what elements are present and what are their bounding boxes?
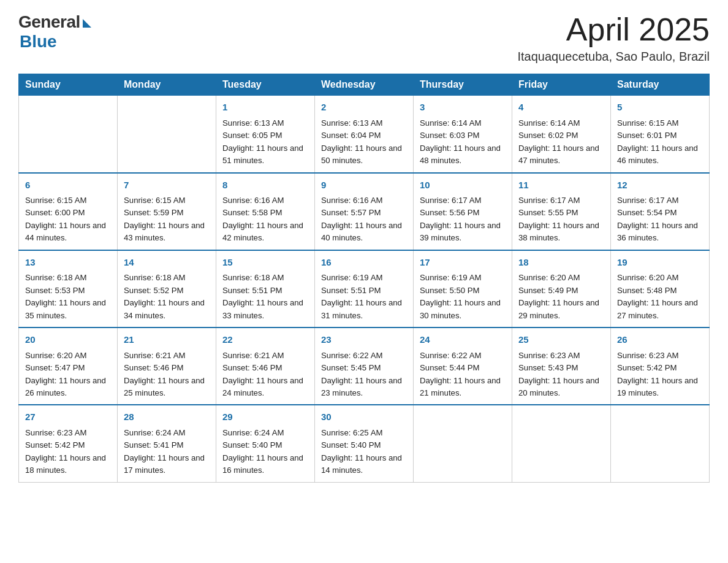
day-number: 13 — [25, 256, 111, 270]
daylight-text: Daylight: 11 hours and 31 minutes. — [321, 297, 407, 322]
sunset-text: Sunset: 6:01 PM — [617, 129, 703, 142]
sunset-text: Sunset: 5:58 PM — [222, 207, 308, 219]
sunrise-text: Sunrise: 6:18 AM — [124, 272, 210, 284]
day-number: 27 — [25, 410, 111, 424]
sunset-text: Sunset: 5:42 PM — [617, 362, 703, 374]
day-number: 17 — [420, 256, 506, 270]
daylight-text: Daylight: 11 hours and 46 minutes. — [617, 142, 703, 167]
calendar-cell: 2Sunrise: 6:13 AMSunset: 6:04 PMDaylight… — [315, 96, 414, 173]
daylight-text: Daylight: 11 hours and 44 minutes. — [25, 220, 111, 245]
page-header: General Blue April 2025 Itaquaquecetuba,… — [18, 12, 710, 64]
daylight-text: Daylight: 11 hours and 21 minutes. — [420, 375, 506, 400]
day-number: 14 — [124, 256, 210, 270]
calendar-cell: 17Sunrise: 6:19 AMSunset: 5:50 PMDayligh… — [414, 250, 512, 327]
calendar-header-wednesday: Wednesday — [315, 74, 414, 96]
daylight-text: Daylight: 11 hours and 48 minutes. — [420, 142, 506, 167]
sunset-text: Sunset: 6:02 PM — [518, 129, 604, 142]
sunset-text: Sunset: 5:40 PM — [222, 439, 308, 451]
calendar-header-friday: Friday — [512, 74, 611, 96]
daylight-text: Daylight: 11 hours and 18 minutes. — [25, 452, 111, 477]
day-number: 1 — [222, 101, 308, 115]
calendar-header-thursday: Thursday — [414, 74, 512, 96]
sunset-text: Sunset: 5:40 PM — [321, 439, 407, 451]
calendar-cell: 26Sunrise: 6:23 AMSunset: 5:42 PMDayligh… — [611, 327, 710, 405]
daylight-text: Daylight: 11 hours and 19 minutes. — [617, 375, 703, 400]
sunrise-text: Sunrise: 6:24 AM — [124, 427, 210, 439]
sunrise-text: Sunrise: 6:19 AM — [321, 272, 407, 284]
sunset-text: Sunset: 5:55 PM — [518, 207, 604, 219]
calendar-header-monday: Monday — [118, 74, 216, 96]
daylight-text: Daylight: 11 hours and 47 minutes. — [518, 142, 604, 167]
calendar-week-row: 27Sunrise: 6:23 AMSunset: 5:42 PMDayligh… — [19, 405, 710, 482]
sunset-text: Sunset: 5:44 PM — [420, 362, 506, 374]
day-number: 22 — [222, 333, 308, 347]
calendar-header-saturday: Saturday — [611, 74, 710, 96]
sunrise-text: Sunrise: 6:25 AM — [321, 427, 407, 439]
daylight-text: Daylight: 11 hours and 20 minutes. — [518, 375, 604, 400]
logo-blue-text: Blue — [20, 32, 57, 52]
calendar-cell: 8Sunrise: 6:16 AMSunset: 5:58 PMDaylight… — [216, 173, 315, 250]
calendar-week-row: 13Sunrise: 6:18 AMSunset: 5:53 PMDayligh… — [19, 250, 710, 327]
calendar-cell: 7Sunrise: 6:15 AMSunset: 5:59 PMDaylight… — [118, 173, 216, 250]
daylight-text: Daylight: 11 hours and 40 minutes. — [321, 220, 407, 245]
day-number: 6 — [25, 178, 111, 193]
calendar-table: SundayMondayTuesdayWednesdayThursdayFrid… — [18, 74, 710, 483]
calendar-cell: 23Sunrise: 6:22 AMSunset: 5:45 PMDayligh… — [315, 327, 414, 405]
sunset-text: Sunset: 5:59 PM — [124, 207, 210, 219]
calendar-header-sunday: Sunday — [19, 74, 118, 96]
calendar-cell: 11Sunrise: 6:17 AMSunset: 5:55 PMDayligh… — [512, 173, 611, 250]
calendar-cell: 28Sunrise: 6:24 AMSunset: 5:41 PMDayligh… — [118, 405, 216, 482]
calendar-cell: 19Sunrise: 6:20 AMSunset: 5:48 PMDayligh… — [611, 250, 710, 327]
calendar-cell: 10Sunrise: 6:17 AMSunset: 5:56 PMDayligh… — [414, 173, 512, 250]
calendar-cell: 15Sunrise: 6:18 AMSunset: 5:51 PMDayligh… — [216, 250, 315, 327]
day-number: 2 — [321, 101, 407, 115]
sunrise-text: Sunrise: 6:15 AM — [617, 117, 703, 129]
sunrise-text: Sunrise: 6:17 AM — [617, 194, 703, 207]
calendar-title: April 2025 — [517, 12, 710, 47]
day-number: 3 — [420, 101, 506, 115]
sunset-text: Sunset: 5:51 PM — [222, 285, 308, 297]
calendar-cell: 6Sunrise: 6:15 AMSunset: 6:00 PMDaylight… — [19, 173, 118, 250]
sunset-text: Sunset: 5:56 PM — [420, 207, 506, 219]
daylight-text: Daylight: 11 hours and 29 minutes. — [518, 297, 604, 322]
daylight-text: Daylight: 11 hours and 16 minutes. — [222, 452, 308, 477]
sunrise-text: Sunrise: 6:24 AM — [222, 427, 308, 439]
day-number: 30 — [321, 410, 407, 424]
daylight-text: Daylight: 11 hours and 26 minutes. — [25, 375, 111, 400]
sunset-text: Sunset: 6:04 PM — [321, 129, 407, 142]
sunset-text: Sunset: 5:51 PM — [321, 285, 407, 297]
calendar-week-row: 1Sunrise: 6:13 AMSunset: 6:05 PMDaylight… — [19, 96, 710, 173]
sunrise-text: Sunrise: 6:21 AM — [222, 350, 308, 362]
day-number: 28 — [124, 410, 210, 424]
calendar-cell — [611, 405, 710, 482]
calendar-cell: 13Sunrise: 6:18 AMSunset: 5:53 PMDayligh… — [19, 250, 118, 327]
calendar-cell: 24Sunrise: 6:22 AMSunset: 5:44 PMDayligh… — [414, 327, 512, 405]
sunrise-text: Sunrise: 6:22 AM — [420, 350, 506, 362]
sunrise-text: Sunrise: 6:15 AM — [124, 194, 210, 207]
day-number: 19 — [617, 256, 703, 270]
calendar-cell: 3Sunrise: 6:14 AMSunset: 6:03 PMDaylight… — [414, 96, 512, 173]
sunset-text: Sunset: 5:50 PM — [420, 285, 506, 297]
daylight-text: Daylight: 11 hours and 36 minutes. — [617, 220, 703, 245]
daylight-text: Daylight: 11 hours and 30 minutes. — [420, 297, 506, 322]
calendar-cell: 27Sunrise: 6:23 AMSunset: 5:42 PMDayligh… — [19, 405, 118, 482]
sunset-text: Sunset: 5:48 PM — [617, 285, 703, 297]
calendar-cell: 1Sunrise: 6:13 AMSunset: 6:05 PMDaylight… — [216, 96, 315, 173]
sunrise-text: Sunrise: 6:21 AM — [124, 350, 210, 362]
daylight-text: Daylight: 11 hours and 25 minutes. — [124, 375, 210, 400]
calendar-cell: 16Sunrise: 6:19 AMSunset: 5:51 PMDayligh… — [315, 250, 414, 327]
day-number: 15 — [222, 256, 308, 270]
calendar-cell: 4Sunrise: 6:14 AMSunset: 6:02 PMDaylight… — [512, 96, 611, 173]
sunset-text: Sunset: 5:46 PM — [222, 362, 308, 374]
daylight-text: Daylight: 11 hours and 24 minutes. — [222, 375, 308, 400]
calendar-cell: 20Sunrise: 6:20 AMSunset: 5:47 PMDayligh… — [19, 327, 118, 405]
calendar-cell: 12Sunrise: 6:17 AMSunset: 5:54 PMDayligh… — [611, 173, 710, 250]
daylight-text: Daylight: 11 hours and 27 minutes. — [617, 297, 703, 322]
day-number: 5 — [617, 101, 703, 115]
day-number: 11 — [518, 178, 604, 193]
day-number: 24 — [420, 333, 506, 347]
sunrise-text: Sunrise: 6:20 AM — [617, 272, 703, 284]
calendar-cell — [414, 405, 512, 482]
title-block: April 2025 Itaquaquecetuba, Sao Paulo, B… — [517, 12, 710, 64]
day-number: 16 — [321, 256, 407, 270]
